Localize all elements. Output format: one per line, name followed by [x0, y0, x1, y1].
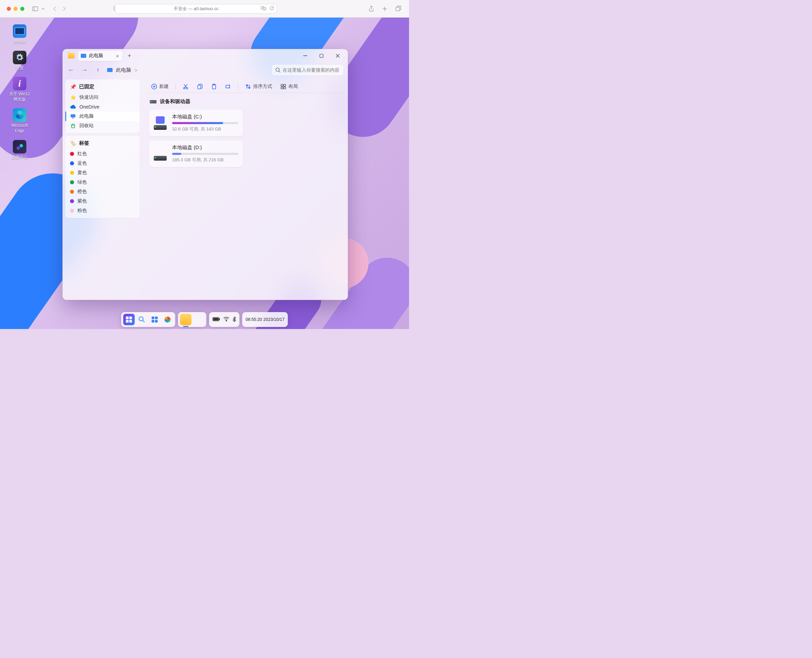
svg-point-12: [276, 68, 279, 71]
svg-rect-30: [155, 316, 158, 319]
nav-forward-icon[interactable]: →: [80, 66, 89, 74]
svg-rect-22: [281, 84, 283, 86]
explorer-titlebar[interactable]: 此电脑 × +: [63, 49, 348, 63]
battery-icon: [212, 317, 220, 322]
svg-rect-7: [396, 7, 400, 11]
info-icon: i: [13, 77, 27, 90]
drive-item[interactable]: 本地磁盘 (C:) 32.6 GB 可用, 共 143 GB: [149, 110, 243, 136]
sidebar-item-recycle[interactable]: 回收站: [65, 121, 139, 130]
desktop-icon-pc[interactable]: 此电脑: [7, 24, 33, 45]
toolbar: 新建 排序方式 布局: [146, 80, 344, 93]
svg-rect-11: [320, 54, 323, 58]
new-tab-icon[interactable]: [381, 5, 389, 13]
svg-point-9: [20, 144, 23, 147]
taskbar-pinwheel-icon[interactable]: [161, 314, 173, 325]
taskbar-left: [121, 312, 175, 327]
sidebar-group-tags: 🏷️ 标签 红色蓝色黄色绿色橙色紫色粉色: [65, 136, 139, 218]
desktop-icon-about[interactable]: i 关于 Win12 网页版: [7, 77, 33, 102]
tag-color-dot: [70, 180, 74, 184]
svg-point-27: [151, 102, 152, 102]
translate-icon[interactable]: 文A: [261, 6, 267, 11]
sidebar-tag-item[interactable]: 红色: [65, 149, 139, 158]
desktop-icon-feedback[interactable]: 反馈中心: [7, 140, 33, 160]
search-icon: [275, 67, 281, 73]
monitor-icon: [81, 54, 86, 58]
tag-color-dot: [70, 208, 74, 213]
sidebar-tag-item[interactable]: 黄色: [65, 168, 139, 177]
svg-rect-35: [213, 318, 218, 320]
sidebar-item-pc[interactable]: 此电脑: [65, 111, 139, 121]
svg-rect-31: [152, 320, 154, 323]
close-button[interactable]: [330, 51, 345, 61]
maximize-button[interactable]: [314, 51, 329, 61]
explorer-tab[interactable]: 此电脑 ×: [78, 51, 122, 61]
minimize-button[interactable]: [298, 51, 313, 61]
nav-back-icon[interactable]: ←: [67, 66, 75, 74]
copy-button[interactable]: [194, 82, 205, 91]
edge-icon: [13, 108, 27, 122]
breadcrumb[interactable]: 此电脑 >: [107, 67, 138, 74]
sidebar-tag-item[interactable]: 粉色: [65, 206, 139, 215]
paste-button[interactable]: [208, 82, 220, 91]
taskbar-search-icon[interactable]: [136, 314, 147, 325]
pin-icon: 📌: [70, 84, 77, 90]
sidebar-tag-item[interactable]: 橙色: [65, 187, 139, 196]
taskbar-widgets-icon[interactable]: [149, 314, 160, 325]
drive-item[interactable]: 本地磁盘 (D:) 185.3 GB 可用, 共 216 GB: [149, 140, 243, 167]
drive-icon: [154, 116, 167, 130]
drive-name: 本地磁盘 (C:): [172, 114, 238, 120]
system-tray[interactable]: [209, 312, 239, 327]
new-tab-button[interactable]: +: [125, 52, 134, 60]
taskbar-apps: [178, 312, 206, 327]
sidebar-item-onedrive[interactable]: OneDrive: [65, 102, 139, 111]
search-input[interactable]: [283, 67, 340, 73]
explorer-content: 新建 排序方式 布局 设备和驱动器: [142, 77, 348, 300]
fullscreen-icon[interactable]: [20, 7, 24, 11]
layout-button[interactable]: 布局: [277, 82, 300, 91]
close-tab-icon[interactable]: ×: [116, 53, 119, 59]
drive-usage-bar: [172, 153, 238, 155]
tag-color-dot: [70, 190, 74, 194]
sidebar-tag-item[interactable]: 绿色: [65, 177, 139, 187]
sort-button[interactable]: 排序方式: [243, 82, 275, 91]
explorer-nav: ← → ↑ 此电脑 >: [63, 63, 348, 77]
desktop-icon-settings[interactable]: 设置: [7, 51, 33, 71]
chevron-down-icon[interactable]: [41, 5, 45, 13]
explorer-window: 此电脑 × + ← → ↑ 此电脑 > 📌 已固定: [63, 49, 348, 300]
drive-name: 本地磁盘 (D:): [172, 144, 238, 151]
svg-rect-23: [284, 84, 286, 86]
tabs-overview-icon[interactable]: [394, 5, 402, 13]
taskbar-clock[interactable]: 08:55:20 2023/10/17: [242, 312, 288, 327]
start-button[interactable]: [123, 314, 135, 325]
new-button[interactable]: 新建: [149, 82, 171, 91]
sidebar-tag-item[interactable]: 紫色: [65, 196, 139, 206]
tag-icon: 🏷️: [70, 140, 77, 146]
drive-icon: [154, 147, 167, 161]
search-box[interactable]: [271, 64, 344, 76]
monitor-icon: [107, 68, 113, 72]
sidebar-tag-item[interactable]: 蓝色: [65, 158, 139, 168]
back-icon[interactable]: [51, 5, 59, 13]
share-icon[interactable]: [367, 5, 375, 13]
taskbar-empty-slot[interactable]: [193, 314, 204, 325]
forward-icon[interactable]: [60, 5, 68, 13]
bluetooth-icon: [233, 316, 236, 323]
tag-color-dot: [70, 171, 74, 175]
sidebar-toggle-icon[interactable]: [31, 5, 39, 13]
window-traffic-lights[interactable]: [7, 7, 24, 11]
svg-rect-25: [284, 87, 286, 89]
feedback-icon: [13, 140, 27, 154]
close-icon[interactable]: [7, 7, 11, 11]
svg-rect-18: [198, 85, 201, 89]
reload-icon[interactable]: [269, 6, 274, 11]
minimize-icon[interactable]: [14, 7, 17, 11]
address-bar[interactable]: 不安全 — a0.tashuo.cc 文A: [115, 4, 277, 14]
desktop-icon-edge[interactable]: Microsoft Edge: [7, 108, 33, 133]
safari-toolbar: 不安全 — a0.tashuo.cc 文A: [0, 0, 409, 17]
rename-button[interactable]: [222, 82, 234, 91]
taskbar-explorer-icon[interactable]: [180, 314, 191, 325]
svg-rect-21: [226, 85, 230, 88]
cut-button[interactable]: [180, 82, 191, 91]
sidebar-item-quick[interactable]: ⭐ 快速访问: [65, 92, 139, 102]
nav-up-icon[interactable]: ↑: [94, 66, 102, 74]
